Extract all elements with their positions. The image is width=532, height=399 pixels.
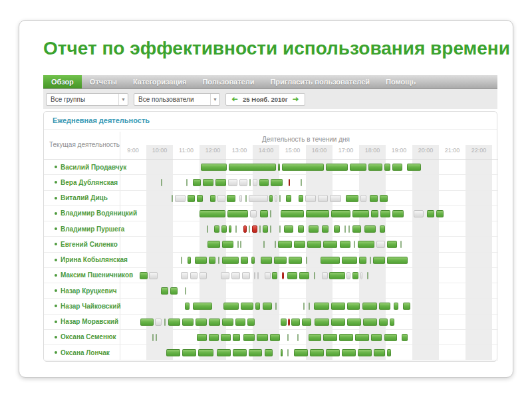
- user-name-label[interactable]: Оксана Лончак: [55, 345, 110, 360]
- activity-segment: [323, 241, 337, 248]
- user-name-label[interactable]: Владимир Пуршега: [55, 221, 124, 236]
- user-bullet-icon: [55, 289, 57, 292]
- activity-segment: [331, 210, 350, 217]
- user-row: Оксана Лончак: [44, 345, 498, 360]
- activity-segment: [326, 164, 348, 171]
- activity-segment: [242, 272, 250, 279]
- activity-segment: [309, 334, 321, 341]
- activity-segment: [392, 210, 404, 217]
- activity-segment: [305, 195, 316, 202]
- activity-segment: [322, 225, 329, 233]
- user-name-label[interactable]: Ирина Кобылянская: [55, 253, 128, 267]
- group-filter-select[interactable]: Все группы ▼: [46, 93, 128, 106]
- tab-categorization[interactable]: Категоризация: [125, 75, 195, 88]
- activity-segment: [203, 179, 213, 186]
- activity-segment: [279, 195, 281, 202]
- user-name-label[interactable]: Виталий Диць: [55, 191, 108, 205]
- activity-segment: [140, 272, 148, 279]
- activity-segment: [392, 164, 402, 171]
- activity-segment: [281, 349, 283, 356]
- user-name-label[interactable]: Василий Продавчук: [55, 160, 126, 174]
- activity-segment: [156, 334, 157, 341]
- activity-segment: [259, 179, 269, 186]
- activity-segment: [334, 225, 340, 233]
- activity-segment: [233, 334, 240, 341]
- activity-segment: [360, 195, 366, 202]
- user-name-label[interactable]: Владимир Водяницкий: [55, 206, 137, 221]
- activity-segment: [172, 195, 173, 202]
- time-axis: 9:0010:0011:0012:0013:0014:0015:0016:001…: [120, 147, 492, 158]
- activity-segment: [207, 225, 208, 233]
- user-name-label[interactable]: Оксана Семенюк: [55, 330, 116, 344]
- activity-segment: [287, 334, 289, 341]
- tab-overview[interactable]: Обзор: [43, 75, 82, 88]
- activity-segment: [347, 319, 361, 326]
- date-navigator: ➜ 25 Нояб. 2010г ➜: [225, 93, 305, 106]
- user-row: Владимир Пуршега: [44, 221, 498, 237]
- activity-segment: [364, 225, 376, 233]
- activity-segment: [287, 272, 297, 279]
- activity-segment: [229, 225, 231, 233]
- activity-segment: [209, 257, 215, 264]
- activity-segment: [222, 257, 239, 264]
- users-filter-select[interactable]: Все пользователи ▼: [134, 93, 220, 106]
- user-bullet-icon: [55, 351, 57, 354]
- activity-segment: [282, 272, 284, 279]
- user-name-label[interactable]: Вера Дублянская: [55, 175, 118, 190]
- activity-segment: [289, 257, 302, 264]
- daily-activity-link[interactable]: Ежедневная деятельность: [44, 112, 497, 130]
- activity-segment: [414, 210, 424, 217]
- activity-segment: [161, 179, 162, 186]
- previous-day-button[interactable]: ➜: [231, 95, 238, 103]
- user-name-label[interactable]: Евгений Силенко: [55, 237, 118, 251]
- activity-segment: [342, 349, 356, 356]
- activity-segment: [384, 334, 397, 341]
- activity-segment: [358, 241, 374, 248]
- activity-segment: [265, 272, 271, 279]
- activity-segment: [188, 257, 191, 264]
- activity-segment: [379, 319, 388, 326]
- activity-segment: [259, 225, 261, 233]
- activity-segment: [288, 319, 290, 326]
- activity-segment: [322, 272, 328, 279]
- activity-segment: [168, 319, 180, 326]
- user-name-label[interactable]: Назар Круцкевич: [55, 283, 117, 298]
- activity-segment: [260, 210, 268, 217]
- user-bullet-icon: [55, 274, 57, 277]
- user-bullet-icon: [55, 197, 57, 200]
- user-row: Владимир Водяницкий: [44, 206, 498, 221]
- activity-segment: [249, 195, 268, 202]
- user-name-label[interactable]: Максим Пшеничников: [55, 268, 133, 283]
- activity-segment: [188, 195, 195, 202]
- activity-segment: [403, 303, 410, 310]
- activity-segment: [222, 241, 233, 248]
- activity-segment: [303, 303, 305, 310]
- activity-segment: [250, 210, 257, 217]
- user-bullet-icon: [55, 259, 57, 261]
- user-row: Евгений Силенко: [44, 237, 498, 252]
- activity-segment: [299, 195, 303, 202]
- activity-segment: [229, 164, 276, 171]
- activity-segment: [197, 195, 203, 202]
- activity-segment: [427, 210, 434, 217]
- user-row: Максим Пшеничников: [44, 268, 498, 283]
- activity-segment: [298, 225, 304, 233]
- tab-invite-users[interactable]: Пригласить пользователей: [262, 75, 378, 88]
- tab-reports[interactable]: Отчеты: [82, 75, 125, 88]
- tab-help[interactable]: Помощь: [378, 75, 424, 88]
- activity-segment: [355, 334, 369, 341]
- tab-users[interactable]: Пользователи: [194, 75, 262, 88]
- activity-segment: [407, 164, 421, 171]
- activity-segment: [315, 319, 329, 326]
- user-activity-rows: Василий ПродавчукВера ДублянскаяВиталий …: [44, 159, 498, 360]
- activity-segment: [233, 349, 247, 356]
- activity-segment: [376, 241, 385, 248]
- time-tick-label: 12:00: [200, 147, 226, 154]
- user-row: Виталий Диць: [44, 191, 498, 206]
- user-name-label[interactable]: Назар Чайковский: [55, 299, 121, 313]
- activity-segment: [344, 225, 346, 233]
- next-day-button[interactable]: ➜: [293, 95, 299, 103]
- activity-segment: [346, 272, 350, 279]
- user-name-label[interactable]: Назар Моравский: [55, 315, 118, 329]
- activity-segment: [197, 334, 207, 341]
